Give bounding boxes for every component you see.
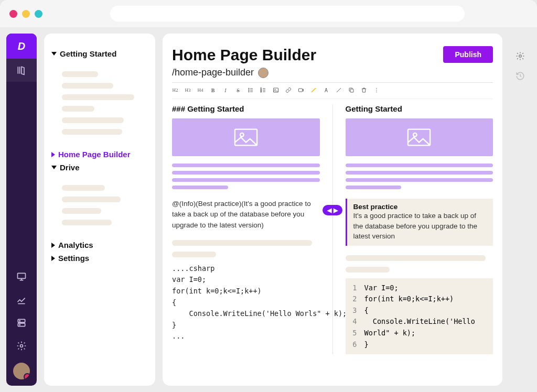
- svg-point-22: [413, 133, 417, 137]
- toolbar-italic[interactable]: I: [222, 88, 229, 93]
- sidebar-item-drive[interactable]: Drive: [51, 163, 148, 172]
- svg-point-3: [19, 321, 20, 321]
- chevron-right-icon: [51, 243, 55, 248]
- svg-rect-15: [350, 89, 353, 92]
- chevron-down-icon: [51, 52, 57, 56]
- info-callout: Best practice It's a good practice to ta…: [346, 199, 493, 246]
- toolbar-strike[interactable]: S: [235, 88, 241, 93]
- callout-raw-text: @(Info)(Best practice)(It's a good pract…: [172, 199, 320, 231]
- source-heading: ### Getting Started: [172, 104, 320, 113]
- chevron-down-icon: [51, 166, 57, 169]
- toolbar-link-icon[interactable]: [285, 87, 292, 93]
- sidebar-item-label: Home Page Builder: [58, 150, 131, 159]
- sidebar-item-home-page-builder[interactable]: Home Page Builder: [51, 150, 148, 159]
- ghost-lines: [346, 255, 493, 273]
- sidebar-item-label: Drive: [60, 163, 80, 172]
- page-slug: /home-page-builder: [172, 67, 254, 78]
- editor-toolbar: H2 H3 H4 B I S 123: [172, 83, 493, 99]
- svg-point-16: [376, 88, 377, 89]
- split-view-toggle[interactable]: ◀ ▶: [323, 205, 342, 215]
- toolbar-h2[interactable]: H2: [172, 88, 178, 93]
- preview-heading: Getting Started: [346, 104, 493, 113]
- rail-monitor-icon[interactable]: [6, 265, 37, 288]
- svg-point-5: [20, 345, 23, 347]
- pane-divider: [332, 104, 333, 354]
- settings-icon[interactable]: [515, 51, 525, 63]
- callout-body: It's a good practice to take a back up o…: [353, 211, 487, 242]
- sidebar-item-label: Getting Started: [60, 49, 116, 58]
- svg-point-13: [275, 89, 276, 90]
- traffic-light-expand[interactable]: [35, 10, 42, 18]
- sidebar-item-label: Settings: [58, 254, 89, 263]
- rail-settings-icon[interactable]: [6, 334, 37, 357]
- text-placeholder-lines: [172, 164, 320, 189]
- publish-button[interactable]: Publish: [443, 46, 493, 63]
- rail-library-icon[interactable]: [6, 59, 37, 82]
- image-placeholder: [172, 118, 320, 156]
- toolbar-clear-icon[interactable]: [336, 87, 342, 93]
- markdown-source-pane[interactable]: ### Getting Started @(Info)(Best practic…: [172, 104, 320, 354]
- chevron-right-icon: [51, 256, 55, 261]
- svg-point-4: [19, 324, 20, 325]
- image-placeholder: [346, 118, 493, 156]
- text-placeholder-lines: [346, 164, 493, 189]
- browser-chrome: [0, 0, 537, 27]
- toolbar-image-icon[interactable]: [273, 87, 279, 93]
- sidebar-placeholder-lines: [51, 62, 148, 146]
- main-panel: Home Page Builder Publish /home-page-bui…: [163, 34, 502, 386]
- chevron-right-icon: [51, 152, 55, 157]
- toolbar-copy-icon[interactable]: [348, 87, 355, 93]
- sidebar-item-settings[interactable]: Settings: [51, 254, 148, 263]
- code-rendered: 1Var I=0; 2for(int k=0;k<=I;k++) 3{ 4 Co…: [346, 278, 493, 355]
- toolbar-trash-icon[interactable]: [361, 87, 367, 93]
- rail-analytics-icon[interactable]: [6, 288, 37, 311]
- author-avatar[interactable]: [258, 68, 268, 78]
- sidebar-item-getting-started[interactable]: Getting Started: [51, 49, 148, 58]
- svg-point-23: [519, 55, 522, 58]
- nav-rail: D: [6, 34, 37, 386]
- svg-point-7: [249, 90, 250, 91]
- toolbar-h4[interactable]: H4: [197, 88, 203, 93]
- svg-point-20: [240, 133, 244, 137]
- svg-point-17: [376, 90, 377, 91]
- svg-point-18: [376, 92, 377, 93]
- ghost-lines: [172, 240, 320, 257]
- toolbar-bullet-list-icon[interactable]: [248, 87, 254, 93]
- history-icon[interactable]: [515, 71, 525, 83]
- sidebar-placeholder-lines: [51, 176, 148, 236]
- sidebar: Getting Started Home Page Builder Drive …: [44, 34, 155, 386]
- address-bar[interactable]: [110, 6, 465, 21]
- page-title: Home Page Builder: [172, 46, 316, 64]
- toolbar-text-color-icon[interactable]: [323, 87, 329, 93]
- toolbar-ordered-list-icon[interactable]: 123: [260, 87, 266, 93]
- rail-server-icon[interactable]: [6, 311, 37, 334]
- user-avatar[interactable]: [13, 363, 30, 379]
- code-raw: ....csharp var I=0; for(int k=0;k<=I;k++…: [172, 263, 320, 342]
- right-rail: [510, 34, 531, 386]
- svg-point-8: [249, 91, 250, 92]
- app-logo[interactable]: D: [6, 34, 37, 59]
- toolbar-bold[interactable]: B: [210, 88, 216, 93]
- traffic-light-close[interactable]: [9, 10, 17, 18]
- sidebar-item-label: Analytics: [58, 241, 93, 249]
- svg-text:3: 3: [261, 91, 262, 93]
- svg-point-6: [249, 88, 250, 89]
- traffic-light-minimize[interactable]: [22, 10, 30, 18]
- svg-rect-0: [18, 273, 26, 278]
- callout-title: Best practice: [353, 203, 487, 211]
- toolbar-more-icon[interactable]: [373, 87, 380, 93]
- toolbar-h3[interactable]: H3: [185, 88, 191, 93]
- svg-rect-14: [299, 89, 303, 92]
- sidebar-item-analytics[interactable]: Analytics: [51, 241, 148, 249]
- preview-pane: Getting Started Best practice It's a goo…: [346, 104, 493, 354]
- toolbar-highlight-icon[interactable]: [310, 87, 317, 93]
- toolbar-video-icon[interactable]: [298, 87, 304, 93]
